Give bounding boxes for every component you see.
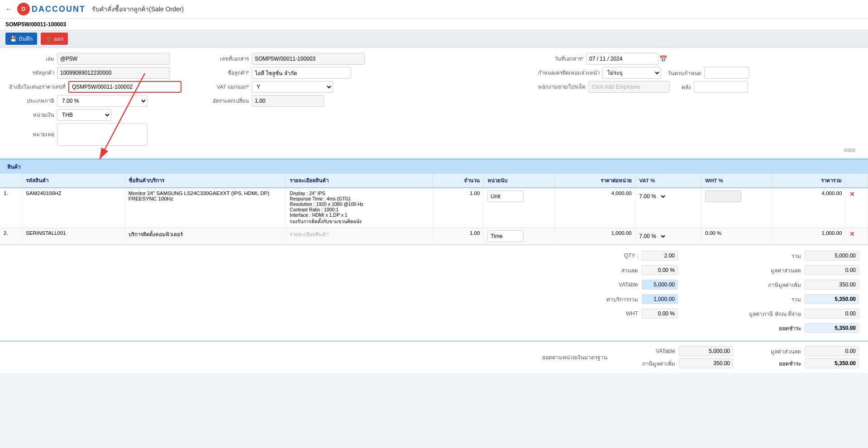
- net-label: ยอดชำระ: [756, 324, 801, 333]
- vatable-value: 5,000.00: [642, 280, 678, 290]
- col-unit: หน่วยนับ: [484, 174, 555, 188]
- summary-section: QTY : 2.00 ส่วนลด 0.00 % VATable 5,000.0…: [0, 245, 868, 341]
- row2-unit-input[interactable]: [487, 230, 524, 242]
- row2-qty: 1.00: [432, 228, 483, 245]
- row2-total: 1,000.00: [773, 228, 846, 245]
- row2-detail: รายละเอียดสินค้า: [286, 228, 433, 245]
- exit-button[interactable]: 🚪 ออก: [41, 33, 68, 45]
- doc-date-input-group: 📅: [586, 53, 667, 65]
- customer-code-input[interactable]: [57, 67, 170, 79]
- bs-discount-row: มูลค่าส่วนลด 0.00: [747, 346, 859, 356]
- bs-net-group: มูลค่าส่วนลด 0.00 ยอดชำระ 5,350.00: [747, 346, 859, 368]
- row2-price: 1,000.00: [555, 228, 635, 245]
- employee-input[interactable]: [588, 81, 670, 93]
- discount-row: ส่วนลด 0.00 %: [515, 265, 678, 275]
- logo: D DACCOUNT: [17, 3, 86, 15]
- discount-label: ส่วนลด: [593, 266, 638, 275]
- total2-row: รวม 5,350.00: [696, 294, 859, 304]
- total-row: รวม 5,000.00: [696, 251, 859, 261]
- row1-price: 4,000.00: [555, 188, 635, 228]
- row1-vat-select[interactable]: [658, 191, 667, 202]
- total2-value: 5,350.00: [805, 294, 859, 304]
- vat-type-select[interactable]: 7.00 %: [57, 95, 148, 107]
- bs-vat-value: 350.00: [679, 358, 733, 368]
- row1-wht: [701, 188, 773, 228]
- vat-type-row: ประเภทภาษี 7.00 %: [9, 95, 190, 107]
- employee-label: พนักงานขาย/โปรเจ็ค: [538, 83, 586, 91]
- wht-label: WHT: [593, 310, 638, 317]
- page-title: รับคำสั่งซื้อจากลูกค้า(Sale Order): [92, 4, 184, 14]
- row2-unit: [484, 228, 555, 245]
- col-code: รหัสสินค้า: [22, 174, 125, 188]
- products-table-container: รหัสสินค้า ชื่อสินค้า/บริการ รายละเอียดส…: [0, 174, 868, 245]
- row1-wht-input[interactable]: [705, 191, 741, 202]
- table-row: 1. SAM240100HZ Monitor 24" SAMSUNG LS24C…: [0, 188, 868, 228]
- note-input[interactable]: [57, 123, 148, 146]
- row1-total: 4,000.00: [773, 188, 846, 228]
- total-label: รวม: [756, 252, 801, 260]
- row2-delete-button[interactable]: ✕: [849, 230, 855, 238]
- bs-vatable-group: VATable 5,000.00 ภาษีมูลค่าเพิ่ม 350.00: [621, 346, 733, 368]
- note-label: หมายเหตุ: [9, 130, 54, 138]
- exchange-rate-input[interactable]: [252, 95, 324, 107]
- credit-select[interactable]: ไม่ระบุ: [602, 67, 661, 79]
- discount-amount-row: มูลค่าส่วนลด 0.00: [696, 265, 859, 275]
- row1-vat: 7.00 %: [635, 188, 701, 228]
- name-input[interactable]: [57, 53, 170, 65]
- top-bar: ← D DACCOUNT รับคำสั่งซื้อจากลูกค้า(Sale…: [0, 0, 868, 19]
- col-name: ชื่อสินค้า/บริการ: [124, 174, 286, 188]
- bs-vat-row: ภาษีมูลค่าเพิ่ม 350.00: [621, 358, 733, 368]
- row2-vat-select[interactable]: [658, 230, 667, 242]
- form-col-3: วันที่เอกสาร 📅 กำหนดเครดิตเทอมล่วงหน้า ไ…: [538, 53, 859, 148]
- table-row: 2. SERINSTALL001 บริการติดตั้งคอมพิวเตอร…: [0, 228, 868, 245]
- exit-icon: 🚪: [45, 36, 52, 42]
- reference-input[interactable]: [68, 81, 181, 93]
- service-total-row: ค่าบริการรวม 1,000.00: [515, 294, 678, 304]
- currency-select[interactable]: THB: [57, 109, 111, 121]
- vatable-row: VATable 5,000.00: [515, 280, 678, 290]
- row2-vat: 7.00 %: [635, 228, 701, 245]
- vatable-label: VATable: [593, 281, 638, 288]
- save-button[interactable]: 💾 บันทึก: [5, 33, 37, 45]
- customer-name-input[interactable]: [252, 67, 351, 79]
- back-button[interactable]: ←: [5, 5, 13, 13]
- net-row: ยอดชำระ 5,350.00: [696, 323, 859, 333]
- bs-net-value: 5,350.00: [805, 358, 859, 368]
- save-icon: 💾: [10, 36, 17, 42]
- row1-unit-input[interactable]: [487, 191, 524, 202]
- row2-no: 2.: [0, 228, 22, 245]
- service-total-value: 1,000.00: [642, 294, 678, 304]
- bs-net-label: ยอดชำระ: [747, 359, 801, 368]
- row1-delete-button[interactable]: ✕: [849, 191, 855, 198]
- qty-label: QTY :: [593, 253, 638, 259]
- char-count: 0/500: [9, 148, 859, 153]
- row1-no: 1.: [0, 188, 22, 228]
- row2-delete: ✕: [846, 228, 868, 245]
- row2-name: บริการติดตั้งคอมพิวเตอร์: [124, 228, 286, 245]
- products-title: สินค้า: [7, 164, 21, 170]
- save-label: บันทึก: [19, 34, 33, 43]
- exchange-rate-label: อัตราแลกเปลี่ยน: [204, 97, 249, 105]
- bs-vatable-label: VATable: [621, 348, 675, 354]
- customer-code-row: รหัสลูกค้า: [9, 67, 190, 79]
- employee-row: พนักงานขาย/โปรเจ็ค คลัง: [538, 81, 859, 93]
- vat-exclude-select[interactable]: Y: [252, 81, 333, 93]
- table-header-row: รหัสสินค้า ชื่อสินค้า/บริการ รายละเอียดส…: [0, 174, 868, 188]
- note-row: หมายเหตุ: [9, 123, 190, 146]
- calendar-icon[interactable]: 📅: [659, 55, 667, 62]
- warehouse-input[interactable]: [694, 81, 748, 93]
- credit-label: กำหนดเครดิตเทอมล่วงหน้า: [538, 69, 600, 77]
- service-total-label: ค่าบริการรวม: [593, 295, 638, 304]
- toolbar: 💾 บันทึก 🚪 ออก: [0, 30, 868, 48]
- doc-number-input[interactable]: [252, 53, 365, 65]
- summary-left: QTY : 2.00 ส่วนลด 0.00 % VATable 5,000.0…: [515, 251, 678, 335]
- discount-value: 0.00 %: [642, 265, 678, 275]
- col-price: ราคาต่อหน่วย: [555, 174, 635, 188]
- vat-row: ภาษีมูลค่าเพิ่ม 350.00: [696, 280, 859, 290]
- doc-date-input[interactable]: [586, 53, 658, 65]
- vat-exclude-row: VAT แยกนอก Y: [204, 81, 525, 93]
- credit-row: กำหนดเครดิตเทอมล่วงหน้า ไม่ระบุ วันครบกำ…: [538, 67, 859, 79]
- due-date-input[interactable]: [704, 67, 749, 79]
- vat-value: 350.00: [805, 280, 859, 290]
- vat-label: ภาษีมูลค่าเพิ่ม: [756, 281, 801, 289]
